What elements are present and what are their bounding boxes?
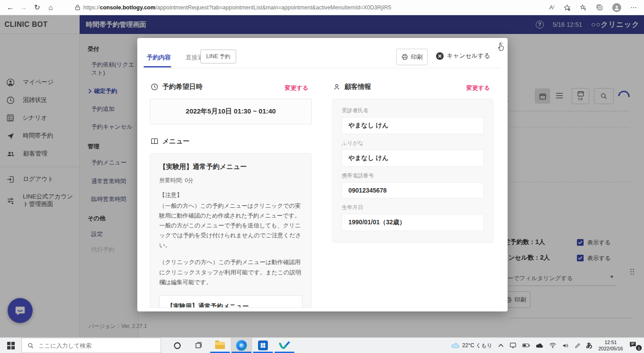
datetime-section-header: 予約希望日時 — [151, 83, 203, 91]
lock-icon — [75, 4, 80, 10]
collections-icon[interactable] — [580, 4, 587, 11]
notification-center-button[interactable]: 1 — [629, 341, 640, 350]
wifi-icon[interactable] — [549, 343, 556, 348]
onedrive-cloud-icon[interactable] — [536, 343, 543, 348]
birthdate-value: 1990/01/01（32歳） — [342, 214, 484, 231]
cancel-appointment-button[interactable]: キャンセルする — [436, 52, 490, 60]
print-button[interactable]: 印刷 — [396, 49, 428, 65]
search-icon — [27, 342, 34, 349]
customer-card: 受診者氏名 やまなし けん ふりがな やまなし けん 携帯電話番号 090123… — [332, 99, 493, 243]
chevron-up-icon — [498, 344, 504, 347]
task-view-button[interactable] — [188, 338, 209, 353]
ime-indicator[interactable]: あ — [586, 341, 593, 349]
taskbar-search-input[interactable] — [38, 342, 146, 349]
device-icon[interactable] — [509, 342, 517, 349]
tab-appointment-content[interactable]: 予約内容 — [147, 54, 171, 62]
change-datetime-link[interactable]: 変更する — [285, 84, 309, 92]
field-phone: 携帯電話番号 09012345678 — [342, 172, 484, 198]
browser-refresh-button[interactable]: ↻ — [30, 1, 44, 14]
menu-section-header: メニュー — [151, 137, 190, 146]
pinned-app-button[interactable] — [274, 338, 295, 353]
change-customer-link[interactable]: 変更する — [466, 84, 490, 92]
line-reservation-badge: LINE 予約 — [200, 50, 236, 63]
field-furigana: ふりがな やまなし けん — [342, 139, 484, 167]
store-button[interactable] — [252, 338, 274, 353]
close-x-icon — [436, 52, 444, 60]
hidden-icons-caret[interactable] — [498, 344, 504, 347]
printer-icon — [401, 54, 408, 60]
appointment-datetime-value: 2022年5月10日 01:30 ~ 01:40 — [150, 99, 312, 124]
start-button[interactable] — [0, 338, 21, 353]
book-icon — [151, 138, 158, 145]
cortana-button[interactable] — [166, 338, 188, 353]
phone-value: 09012345678 — [342, 182, 484, 198]
taskbar-clock[interactable]: 12:51 2022/05/16 — [598, 339, 623, 352]
tabs-icon[interactable] — [596, 4, 603, 11]
address-bar[interactable]: https://console.botlogy.com/appointmentR… — [75, 4, 549, 11]
menu-note-heading: 【注意】 — [159, 191, 302, 199]
edge-icon — [236, 340, 247, 351]
modal-header-divider — [144, 68, 500, 68]
active-tab-underline — [144, 66, 171, 67]
field-patient-name: 受診者氏名 やまなし けん — [342, 107, 484, 134]
hand-cursor — [496, 42, 506, 53]
battery-icon[interactable] — [522, 343, 530, 348]
pen-icon[interactable] — [575, 343, 580, 349]
task-view-icon — [195, 342, 203, 349]
file-explorer-button[interactable] — [209, 338, 231, 353]
url-text: https://console.botlogy.com/appointmentR… — [83, 4, 391, 11]
cortana-icon — [174, 342, 181, 349]
menu-name: 【実験用】通常予約メニュー — [159, 163, 302, 171]
appointment-detail-modal: 予約内容 直接返信 LINE 予約 印刷 キャンセルする 予約希望日時 変更する… — [137, 38, 508, 311]
menu-inner-name: 【実験用】通常予約メニュー — [159, 295, 302, 308]
weather-cloud-icon — [451, 342, 460, 349]
menu-card: 【実験用】通常予約メニュー 所要時間: 0分 【注意】 （一般の方へ）この予約メ… — [150, 153, 312, 308]
menu-note-2: （クリニックの方へ）この予約メニューは動作確認用にクリニックスタッフが利用可能で… — [159, 257, 302, 287]
field-birthdate: 生年月日 1990/01/01（32歳） — [342, 204, 484, 231]
read-aloud-icon[interactable]: A⁾ — [549, 4, 555, 11]
menu-note-1: （一般の方へ）この予約メニューはクリニックでの実験用に動作確認のため作成された予… — [159, 201, 302, 250]
browser-menu-icon[interactable]: ⋯ — [630, 4, 637, 12]
browser-forward-button[interactable]: → — [17, 1, 30, 14]
browser-chrome: ← → ↻ ⌂ https://console.botlogy.com/appo… — [0, 0, 644, 15]
favorite-star-icon[interactable] — [564, 4, 571, 11]
windows-logo-icon — [7, 342, 15, 349]
clock-icon — [151, 83, 158, 91]
browser-back-button[interactable]: ← — [4, 1, 17, 14]
profile-avatar[interactable] — [612, 3, 621, 12]
taskbar-weather[interactable]: 22°C くもり — [451, 342, 492, 349]
menu-duration: 所要時間: 0分 — [159, 177, 302, 185]
furigana-value: やまなし けん — [342, 150, 484, 167]
windows-taskbar: 22°C くもり あ 12:51 2022/05/16 1 — [0, 337, 644, 353]
folder-icon — [215, 342, 225, 349]
store-icon — [258, 340, 268, 350]
check-logo-icon — [279, 341, 290, 350]
volume-icon[interactable] — [562, 343, 569, 349]
edge-browser-button[interactable] — [231, 338, 252, 353]
notification-badge: 1 — [636, 345, 642, 351]
patient-name-value: やまなし けん — [342, 117, 484, 134]
browser-home-button[interactable]: ⌂ — [44, 1, 57, 14]
customer-section-header: 顧客情報 — [333, 83, 371, 91]
person-icon — [333, 83, 340, 91]
taskbar-search[interactable] — [21, 338, 161, 353]
